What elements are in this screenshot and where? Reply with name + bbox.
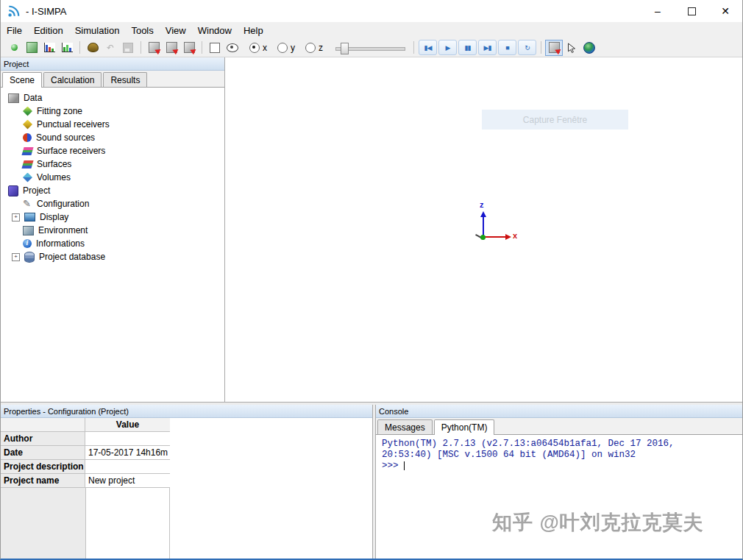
surface-receivers-icon xyxy=(21,147,33,155)
menu-item-edition[interactable]: Edition xyxy=(28,24,69,38)
tree-item-informations[interactable]: Informations xyxy=(1,237,224,250)
cube-arrow-icon xyxy=(166,42,177,53)
menu-item-help[interactable]: Help xyxy=(238,24,269,38)
menu-item-view[interactable]: View xyxy=(160,24,192,38)
properties-corner-cell xyxy=(1,418,85,431)
camera-mode-button[interactable] xyxy=(545,40,563,56)
pause-button[interactable]: ▮▮ xyxy=(458,40,477,55)
property-value[interactable]: 17-05-2017 14h16m xyxy=(85,446,170,459)
app-window: - I-SIMPA – ✕ File Edition Simulation To… xyxy=(0,0,743,560)
pointer-tool-button[interactable] xyxy=(563,40,580,56)
view-cube-button-2[interactable] xyxy=(163,40,180,56)
tree-item-environment[interactable]: Environment xyxy=(1,224,224,237)
chart-tool-button-1[interactable] xyxy=(40,40,58,56)
tree-item-label: Volumes xyxy=(37,172,71,182)
tree-item-project[interactable]: Project xyxy=(1,184,224,197)
toolbar-separator xyxy=(202,41,202,54)
minimize-button[interactable]: – xyxy=(641,0,675,22)
stop-button[interactable]: ■ xyxy=(498,40,516,55)
view-cube-button-1[interactable] xyxy=(145,40,163,56)
tree-item-label: Project database xyxy=(39,252,105,262)
expand-icon[interactable]: + xyxy=(12,213,20,221)
viewport-3d[interactable]: Capture Fenêtre z x xyxy=(225,57,742,402)
fitting-zone-icon xyxy=(23,107,32,116)
maximize-button[interactable] xyxy=(675,0,708,22)
tab-messages[interactable]: Messages xyxy=(377,419,433,434)
tree-item-surface-receivers[interactable]: Surface receivers xyxy=(1,144,224,157)
radio-icon xyxy=(277,43,288,53)
tree-item-volumes[interactable]: Volumes xyxy=(1,171,224,184)
toolbar-separator xyxy=(79,41,80,54)
model-tool-button[interactable] xyxy=(84,40,102,56)
tab-python[interactable]: Python(TM) xyxy=(434,419,495,435)
property-row-author: Author xyxy=(1,432,170,446)
tree-item-sound-sources[interactable]: Sound sources xyxy=(1,131,224,144)
play-icon: ▶ xyxy=(446,44,450,52)
save-results-button xyxy=(119,40,137,56)
menu-item-window[interactable]: Window xyxy=(192,24,238,38)
skip-start-button[interactable]: ▮◀ xyxy=(419,40,437,55)
property-value[interactable] xyxy=(85,432,170,445)
slider-thumb[interactable] xyxy=(341,43,349,54)
bar-chart-icon xyxy=(44,43,55,52)
volumes-icon xyxy=(23,173,32,182)
tab-scene[interactable]: Scene xyxy=(2,72,42,88)
axis-x-radio-label: x xyxy=(263,43,267,53)
properties-panel-header: Properties - Configuration (Project) xyxy=(1,405,372,418)
python-console-output[interactable]: Python(TM) 2.7.13 (v2.7.13:a06454b1afa1,… xyxy=(376,435,742,559)
project-panel-header: Project xyxy=(1,57,224,71)
tree-item-surfaces[interactable]: Surfaces xyxy=(1,157,224,171)
axis-y-radio[interactable]: y xyxy=(277,43,295,53)
selection-box-button[interactable] xyxy=(206,40,224,56)
tree-item-display[interactable]: + Display xyxy=(1,210,224,224)
punctual-receivers-icon xyxy=(23,120,32,130)
menu-bar: File Edition Simulation Tools View Windo… xyxy=(1,22,742,38)
refresh-icon: ↻ xyxy=(525,44,530,52)
axis-x-arrow xyxy=(505,234,511,240)
undo-icon: ↶ xyxy=(107,43,114,52)
play-button[interactable]: ▶ xyxy=(438,40,457,55)
property-label: Project name xyxy=(1,474,85,487)
tree-item-punctual-receivers[interactable]: Punctual receivers xyxy=(1,118,224,131)
tree-item-label: Project xyxy=(23,185,50,196)
property-value[interactable]: New project xyxy=(85,474,170,487)
menu-item-simulation[interactable]: Simulation xyxy=(69,24,126,38)
globe-tool-button[interactable] xyxy=(580,40,598,56)
tree-item-data[interactable]: Data xyxy=(1,91,224,104)
green-sphere-icon xyxy=(11,44,18,51)
selection-box-icon xyxy=(210,43,220,53)
plane-position-slider[interactable] xyxy=(335,41,405,54)
axis-radio-group: x y z xyxy=(244,43,328,53)
tab-results[interactable]: Results xyxy=(103,72,147,87)
tab-calculation[interactable]: Calculation xyxy=(43,72,102,87)
cube-arrow-icon xyxy=(549,42,560,53)
toolbar-separator xyxy=(141,41,141,54)
skip-end-button[interactable]: ▶▮ xyxy=(478,40,497,55)
refresh-button[interactable]: ↻ xyxy=(518,40,536,55)
model-icon xyxy=(88,43,99,52)
expand-icon[interactable]: + xyxy=(12,253,20,261)
project-database-icon xyxy=(24,252,35,263)
display-icon xyxy=(24,213,35,221)
tree-item-configuration[interactable]: Configuration xyxy=(1,197,224,210)
axis-x-radio[interactable]: x xyxy=(249,43,267,53)
close-button[interactable]: ✕ xyxy=(708,0,742,22)
property-value[interactable] xyxy=(85,460,170,473)
menu-item-file[interactable]: File xyxy=(1,24,28,38)
menu-item-tools[interactable]: Tools xyxy=(125,24,159,38)
property-row-name: Project name New project xyxy=(1,474,170,488)
tree-item-label: Environment xyxy=(38,225,88,235)
view-cube-button-3[interactable] xyxy=(180,40,198,56)
tree-item-label: Fitting zone xyxy=(37,106,82,116)
bottom-area: Properties - Configuration (Project) Val… xyxy=(1,405,742,559)
scene-tree: Data Fitting zone Punctual receivers Sou… xyxy=(1,88,224,402)
capture-window-button[interactable]: Capture Fenêtre xyxy=(482,110,628,130)
cube-tool-button[interactable] xyxy=(23,40,40,56)
chart-tool-button-2[interactable] xyxy=(58,40,76,56)
tree-item-fitting-zone[interactable]: Fitting zone xyxy=(1,104,224,118)
axis-y-radio-label: y xyxy=(291,43,295,53)
visibility-button[interactable] xyxy=(224,40,241,56)
sphere-tool-button[interactable] xyxy=(5,40,23,56)
axis-z-radio[interactable]: z xyxy=(305,43,323,53)
tree-item-project-database[interactable]: + Project database xyxy=(1,250,224,263)
